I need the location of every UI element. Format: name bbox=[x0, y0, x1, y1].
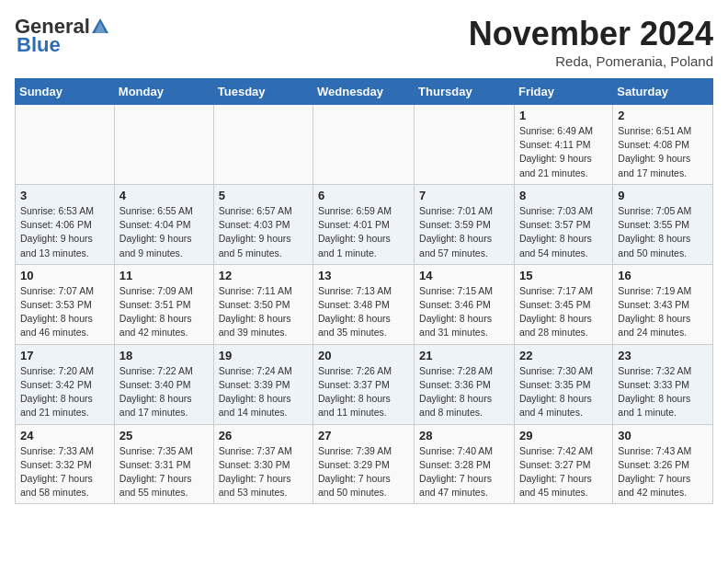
day-cell: 19Sunrise: 7:24 AM Sunset: 3:39 PM Dayli… bbox=[213, 344, 313, 424]
day-info: Sunrise: 6:51 AM Sunset: 4:08 PM Dayligh… bbox=[618, 124, 708, 180]
day-cell: 7Sunrise: 7:01 AM Sunset: 3:59 PM Daylig… bbox=[415, 184, 515, 264]
day-info: Sunrise: 7:39 AM Sunset: 3:29 PM Dayligh… bbox=[318, 444, 409, 500]
day-cell bbox=[313, 105, 415, 185]
day-info: Sunrise: 6:55 AM Sunset: 4:04 PM Dayligh… bbox=[119, 204, 209, 260]
day-number: 18 bbox=[119, 349, 209, 362]
col-header-thursday: Thursday bbox=[415, 79, 515, 105]
day-number: 29 bbox=[519, 429, 608, 442]
logo: General Blue bbox=[15, 15, 110, 57]
day-info: Sunrise: 7:32 AM Sunset: 3:33 PM Dayligh… bbox=[618, 364, 708, 420]
col-header-monday: Monday bbox=[114, 79, 213, 105]
day-info: Sunrise: 7:40 AM Sunset: 3:28 PM Dayligh… bbox=[419, 444, 509, 500]
day-cell: 28Sunrise: 7:40 AM Sunset: 3:28 PM Dayli… bbox=[415, 424, 515, 504]
day-number: 26 bbox=[219, 429, 308, 442]
day-cell: 20Sunrise: 7:26 AM Sunset: 3:37 PM Dayli… bbox=[313, 344, 415, 424]
day-info: Sunrise: 7:03 AM Sunset: 3:57 PM Dayligh… bbox=[519, 204, 608, 260]
day-cell: 6Sunrise: 6:59 AM Sunset: 4:01 PM Daylig… bbox=[313, 184, 415, 264]
day-number: 11 bbox=[119, 269, 209, 282]
day-cell: 12Sunrise: 7:11 AM Sunset: 3:50 PM Dayli… bbox=[213, 264, 313, 344]
day-cell: 24Sunrise: 7:33 AM Sunset: 3:32 PM Dayli… bbox=[16, 424, 115, 504]
day-cell: 14Sunrise: 7:15 AM Sunset: 3:46 PM Dayli… bbox=[415, 264, 515, 344]
day-cell: 17Sunrise: 7:20 AM Sunset: 3:42 PM Dayli… bbox=[16, 344, 115, 424]
day-info: Sunrise: 7:01 AM Sunset: 3:59 PM Dayligh… bbox=[419, 204, 509, 260]
day-info: Sunrise: 7:20 AM Sunset: 3:42 PM Dayligh… bbox=[20, 364, 109, 420]
day-info: Sunrise: 7:26 AM Sunset: 3:37 PM Dayligh… bbox=[318, 364, 409, 420]
day-cell: 29Sunrise: 7:42 AM Sunset: 3:27 PM Dayli… bbox=[514, 424, 612, 504]
col-header-friday: Friday bbox=[514, 79, 612, 105]
day-number: 19 bbox=[219, 349, 308, 362]
location: Reda, Pomerania, Poland bbox=[469, 53, 713, 69]
day-info: Sunrise: 7:28 AM Sunset: 3:36 PM Dayligh… bbox=[419, 364, 509, 420]
day-info: Sunrise: 7:11 AM Sunset: 3:50 PM Dayligh… bbox=[219, 284, 308, 340]
day-cell: 5Sunrise: 6:57 AM Sunset: 4:03 PM Daylig… bbox=[213, 184, 313, 264]
day-cell bbox=[114, 105, 213, 185]
day-info: Sunrise: 7:35 AM Sunset: 3:31 PM Dayligh… bbox=[119, 444, 209, 500]
day-info: Sunrise: 7:43 AM Sunset: 3:26 PM Dayligh… bbox=[618, 444, 708, 500]
day-number: 6 bbox=[318, 189, 409, 202]
day-cell: 26Sunrise: 7:37 AM Sunset: 3:30 PM Dayli… bbox=[213, 424, 313, 504]
day-number: 17 bbox=[20, 349, 109, 362]
day-cell: 22Sunrise: 7:30 AM Sunset: 3:35 PM Dayli… bbox=[514, 344, 612, 424]
day-number: 15 bbox=[519, 269, 608, 282]
day-cell bbox=[213, 105, 313, 185]
day-info: Sunrise: 6:53 AM Sunset: 4:06 PM Dayligh… bbox=[20, 204, 109, 260]
day-number: 20 bbox=[318, 349, 409, 362]
day-number: 14 bbox=[419, 269, 509, 282]
calendar-table: SundayMondayTuesdayWednesdayThursdayFrid… bbox=[15, 78, 713, 504]
day-number: 5 bbox=[219, 189, 308, 202]
col-header-tuesday: Tuesday bbox=[213, 79, 313, 105]
day-cell bbox=[16, 105, 115, 185]
day-info: Sunrise: 7:30 AM Sunset: 3:35 PM Dayligh… bbox=[519, 364, 608, 420]
day-number: 8 bbox=[519, 189, 608, 202]
day-cell: 27Sunrise: 7:39 AM Sunset: 3:29 PM Dayli… bbox=[313, 424, 415, 504]
day-cell bbox=[415, 105, 515, 185]
day-info: Sunrise: 7:05 AM Sunset: 3:55 PM Dayligh… bbox=[618, 204, 708, 260]
calendar-header: SundayMondayTuesdayWednesdayThursdayFrid… bbox=[16, 79, 713, 105]
day-number: 12 bbox=[219, 269, 308, 282]
day-cell: 30Sunrise: 7:43 AM Sunset: 3:26 PM Dayli… bbox=[613, 424, 713, 504]
logo-blue-text: Blue bbox=[17, 33, 61, 57]
day-number: 3 bbox=[20, 189, 109, 202]
day-info: Sunrise: 7:09 AM Sunset: 3:51 PM Dayligh… bbox=[119, 284, 209, 340]
month-title: November 2024 bbox=[469, 15, 713, 53]
day-info: Sunrise: 7:13 AM Sunset: 3:48 PM Dayligh… bbox=[318, 284, 409, 340]
day-number: 25 bbox=[119, 429, 209, 442]
day-info: Sunrise: 6:57 AM Sunset: 4:03 PM Dayligh… bbox=[219, 204, 308, 260]
day-number: 9 bbox=[618, 189, 708, 202]
day-number: 24 bbox=[20, 429, 109, 442]
day-info: Sunrise: 7:37 AM Sunset: 3:30 PM Dayligh… bbox=[219, 444, 308, 500]
day-cell: 3Sunrise: 6:53 AM Sunset: 4:06 PM Daylig… bbox=[16, 184, 115, 264]
week-row-2: 3Sunrise: 6:53 AM Sunset: 4:06 PM Daylig… bbox=[16, 184, 713, 264]
day-info: Sunrise: 6:49 AM Sunset: 4:11 PM Dayligh… bbox=[519, 124, 608, 180]
logo-icon bbox=[90, 17, 110, 37]
week-row-1: 1Sunrise: 6:49 AM Sunset: 4:11 PM Daylig… bbox=[16, 105, 713, 185]
day-cell: 23Sunrise: 7:32 AM Sunset: 3:33 PM Dayli… bbox=[613, 344, 713, 424]
day-number: 4 bbox=[119, 189, 209, 202]
day-cell: 15Sunrise: 7:17 AM Sunset: 3:45 PM Dayli… bbox=[514, 264, 612, 344]
day-number: 2 bbox=[618, 109, 708, 122]
day-info: Sunrise: 7:33 AM Sunset: 3:32 PM Dayligh… bbox=[20, 444, 109, 500]
day-info: Sunrise: 7:24 AM Sunset: 3:39 PM Dayligh… bbox=[219, 364, 308, 420]
calendar-body: 1Sunrise: 6:49 AM Sunset: 4:11 PM Daylig… bbox=[16, 105, 713, 504]
week-row-5: 24Sunrise: 7:33 AM Sunset: 3:32 PM Dayli… bbox=[16, 424, 713, 504]
title-block: November 2024 Reda, Pomerania, Poland bbox=[469, 15, 713, 69]
day-info: Sunrise: 7:19 AM Sunset: 3:43 PM Dayligh… bbox=[618, 284, 708, 340]
week-row-4: 17Sunrise: 7:20 AM Sunset: 3:42 PM Dayli… bbox=[16, 344, 713, 424]
day-cell: 8Sunrise: 7:03 AM Sunset: 3:57 PM Daylig… bbox=[514, 184, 612, 264]
day-info: Sunrise: 7:17 AM Sunset: 3:45 PM Dayligh… bbox=[519, 284, 608, 340]
header-row: SundayMondayTuesdayWednesdayThursdayFrid… bbox=[16, 79, 713, 105]
col-header-sunday: Sunday bbox=[16, 79, 115, 105]
day-info: Sunrise: 7:22 AM Sunset: 3:40 PM Dayligh… bbox=[119, 364, 209, 420]
day-cell: 4Sunrise: 6:55 AM Sunset: 4:04 PM Daylig… bbox=[114, 184, 213, 264]
day-number: 30 bbox=[618, 429, 708, 442]
day-cell: 10Sunrise: 7:07 AM Sunset: 3:53 PM Dayli… bbox=[16, 264, 115, 344]
day-number: 1 bbox=[519, 109, 608, 122]
day-cell: 18Sunrise: 7:22 AM Sunset: 3:40 PM Dayli… bbox=[114, 344, 213, 424]
day-number: 23 bbox=[618, 349, 708, 362]
page-header: General Blue November 2024 Reda, Pomeran… bbox=[15, 15, 713, 69]
week-row-3: 10Sunrise: 7:07 AM Sunset: 3:53 PM Dayli… bbox=[16, 264, 713, 344]
day-number: 28 bbox=[419, 429, 509, 442]
day-info: Sunrise: 7:15 AM Sunset: 3:46 PM Dayligh… bbox=[419, 284, 509, 340]
day-cell: 2Sunrise: 6:51 AM Sunset: 4:08 PM Daylig… bbox=[613, 105, 713, 185]
day-number: 22 bbox=[519, 349, 608, 362]
